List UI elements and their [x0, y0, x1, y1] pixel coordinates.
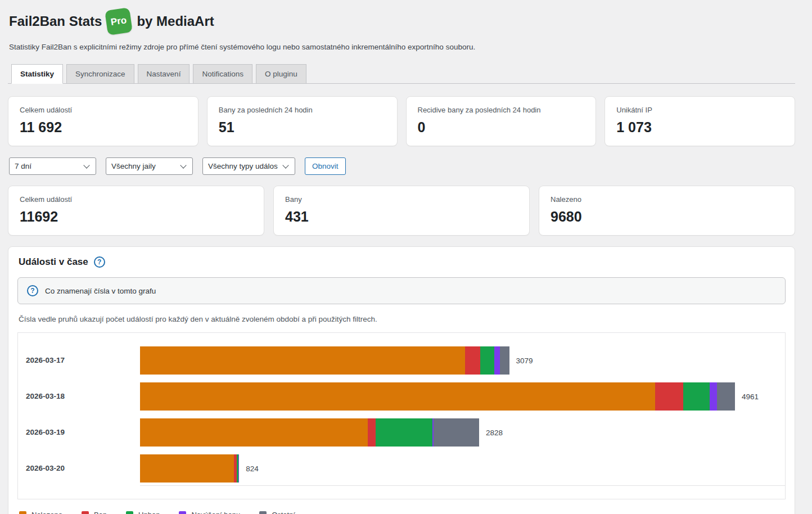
- legend-item-nalezeno: Nalezeno: [19, 511, 62, 514]
- bar-segment-ban[interactable]: [655, 382, 683, 411]
- chart-category-label: 2026-03-20: [18, 454, 140, 483]
- stat-card-filtered-found: Nalezeno 9680: [539, 186, 795, 236]
- legend-label: Unban: [138, 511, 160, 514]
- stat-card-bans-24h: Bany za posledních 24 hodin 51: [207, 96, 398, 146]
- bar-segment-unban[interactable]: [480, 346, 494, 375]
- chart-category-label: 2026-03-17: [18, 346, 140, 375]
- page-subtitle: Statistiky Fail2Ban s explicitními režim…: [8, 43, 795, 51]
- legend-swatch-icon: [82, 511, 89, 514]
- bar-segment-nav-en-banu[interactable]: [238, 454, 240, 483]
- chart-category-label: 2026-03-18: [18, 382, 140, 411]
- tab-bar: Statistiky Synchronizace Nastavení Notif…: [8, 64, 795, 84]
- chart-row: 2026-03-192828: [18, 418, 785, 454]
- bar-segment-ostatn-[interactable]: [434, 418, 479, 447]
- legend-label: Nalezeno: [31, 511, 62, 514]
- bar-segment-nalezeno[interactable]: [140, 346, 465, 375]
- stat-card-filtered-total: Celkem událostí 11692: [8, 186, 264, 236]
- tab-notifications[interactable]: Notifications: [193, 64, 252, 84]
- legend-item-ostatn-: Ostatní: [259, 511, 295, 514]
- legend-swatch-icon: [259, 511, 267, 514]
- stat-card-value: 1 073: [616, 119, 783, 136]
- legend-label: Navýšení banu: [191, 511, 240, 514]
- legend-label: Ostatní: [272, 511, 295, 514]
- period-select[interactable]: 7 dní: [9, 157, 96, 175]
- page-title: Fail2Ban Stats: [9, 13, 102, 29]
- help-banner-text: Co znamenají čísla v tomto grafu: [45, 287, 156, 295]
- chart-row: 2026-03-173079: [18, 346, 785, 382]
- stat-card-label: Recidive bany za posledních 24 hodin: [418, 106, 585, 114]
- stat-card-total-events: Celkem událostí 11 692: [8, 96, 199, 146]
- bar-segment-unban[interactable]: [376, 418, 432, 447]
- plugin-page: Fail2Ban Stats Pro by MediaArt Statistik…: [0, 0, 812, 514]
- bar-segment-ban[interactable]: [368, 418, 376, 447]
- stat-card-value: 51: [219, 119, 386, 136]
- jail-select[interactable]: Všechny jaily: [106, 157, 193, 175]
- chart-legend: NalezenoBanUnbanNavýšení banuOstatní: [17, 511, 786, 514]
- legend-swatch-icon: [126, 511, 133, 514]
- bar-segment-ban[interactable]: [465, 346, 480, 375]
- filtered-cards-row: Celkem událostí 11692 Bany 431 Nalezeno …: [8, 186, 795, 236]
- bar-total-label: 2828: [486, 429, 503, 437]
- legend-label: Ban: [94, 511, 107, 514]
- chart-description: Čísla vedle pruhů ukazují počet událostí…: [17, 315, 786, 323]
- stat-card-filtered-bans: Bany 431: [273, 186, 530, 236]
- bar-total-label: 4961: [742, 393, 759, 401]
- bar-segment-nav-en-banu[interactable]: [710, 382, 717, 411]
- stat-card-label: Celkem událostí: [20, 106, 187, 114]
- pro-badge-icon: Pro: [105, 7, 133, 35]
- bar-segment-unban[interactable]: [683, 382, 710, 411]
- stat-card-label: Nalezeno: [551, 195, 783, 204]
- chart-help-banner[interactable]: ? Co znamenají čísla v tomto grafu: [17, 277, 786, 304]
- chart-axis-line: [140, 485, 785, 486]
- events-bar-chart: 2026-03-1730792026-03-1849612026-03-1928…: [17, 332, 786, 499]
- tab-synchronizace[interactable]: Synchronizace: [66, 64, 134, 84]
- stat-card-label: Celkem událostí: [20, 195, 252, 204]
- stat-card-value: 11 692: [20, 119, 187, 136]
- stat-card-value: 11692: [20, 209, 252, 225]
- stat-card-label: Bany za posledních 24 hodin: [219, 106, 386, 114]
- chart-row: 2026-03-184961: [18, 382, 785, 418]
- events-over-time-panel: Události v čase ? ? Co znamenají čísla v…: [8, 246, 795, 514]
- stat-card-label: Unikátní IP: [616, 106, 783, 114]
- page-header: Fail2Ban Stats Pro by MediaArt: [8, 9, 795, 34]
- bar-segment-nalezeno[interactable]: [140, 454, 234, 483]
- summary-cards-row: Celkem událostí 11 692 Bany za posledníc…: [8, 96, 795, 146]
- stat-card-unique-ip: Unikátní IP 1 073: [605, 96, 795, 146]
- event-type-select[interactable]: Všechny typy událostí: [202, 157, 295, 175]
- help-icon[interactable]: ?: [94, 256, 105, 268]
- bar-segment-ostatn-[interactable]: [717, 382, 735, 411]
- filter-bar: 7 dní Všechny jaily Všechny typy událost…: [8, 157, 795, 175]
- stat-card-recidive-bans-24h: Recidive bany za posledních 24 hodin 0: [406, 96, 597, 146]
- chart-category-label: 2026-03-19: [18, 418, 140, 447]
- legend-item-nav-en-banu: Navýšení banu: [179, 511, 240, 514]
- chart-section-title: Události v čase: [19, 256, 88, 268]
- tab-o-pluginu[interactable]: O pluginu: [256, 64, 306, 84]
- refresh-button[interactable]: Obnovit: [305, 157, 346, 175]
- help-icon: ?: [27, 285, 38, 296]
- tab-nastaveni[interactable]: Nastavení: [138, 64, 190, 84]
- legend-swatch-icon: [179, 511, 186, 514]
- legend-swatch-icon: [19, 511, 26, 514]
- bar-segment-nalezeno[interactable]: [140, 382, 655, 411]
- bar-segment-ostatn-[interactable]: [500, 346, 509, 375]
- stat-card-value: 9680: [551, 209, 783, 225]
- stat-card-value: 431: [285, 209, 518, 225]
- byline: by MediaArt: [137, 13, 214, 29]
- legend-item-unban: Unban: [126, 511, 160, 514]
- stat-card-value: 0: [418, 119, 585, 136]
- bar-segment-nalezeno[interactable]: [140, 418, 368, 447]
- tab-statistiky[interactable]: Statistiky: [11, 64, 63, 84]
- bar-total-label: 3079: [516, 357, 533, 365]
- bar-total-label: 824: [246, 465, 259, 473]
- legend-item-ban: Ban: [82, 511, 107, 514]
- stat-card-label: Bany: [285, 195, 518, 204]
- bar-segment-nav-en-banu[interactable]: [494, 346, 500, 375]
